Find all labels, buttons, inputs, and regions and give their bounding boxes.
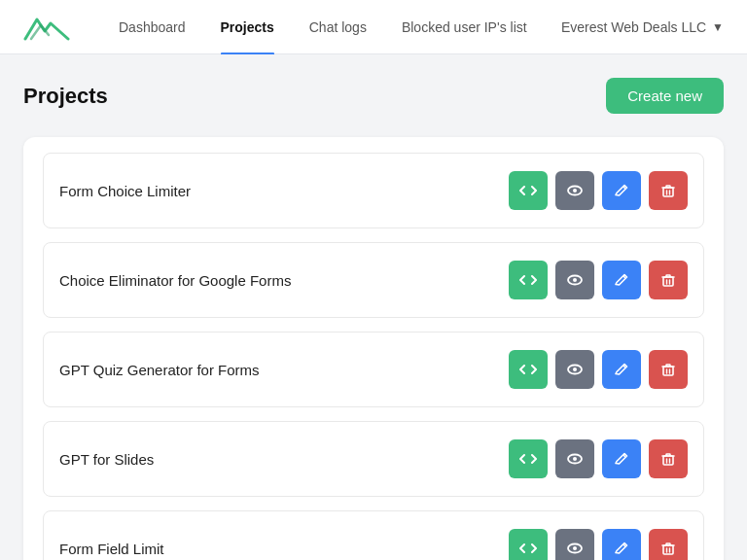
svg-point-22 (573, 457, 577, 461)
row-actions (509, 171, 688, 210)
svg-rect-10 (663, 277, 673, 286)
row-actions (509, 529, 688, 560)
code-button[interactable] (509, 261, 548, 299)
nav-dashboard[interactable]: Dashboard (101, 0, 203, 54)
account-name: Everest Web Deals LLC (561, 19, 706, 35)
page-title: Projects (23, 84, 108, 109)
code-button[interactable] (509, 171, 548, 210)
delete-button[interactable] (649, 171, 688, 210)
preview-button[interactable] (555, 261, 594, 299)
row-actions (509, 350, 688, 389)
nav: Dashboard Projects Chat logs Blocked use… (101, 0, 561, 54)
page-header: Projects Create new (23, 78, 724, 114)
svg-point-15 (573, 368, 577, 371)
create-new-button[interactable]: Create new (606, 78, 724, 114)
table-row: GPT for Slides (43, 421, 704, 497)
logo[interactable] (23, 10, 70, 45)
project-name: Choice Eliminator for Google Forms (59, 272, 291, 289)
nav-blockedips[interactable]: Blocked user IP's list (384, 0, 545, 54)
preview-button[interactable] (555, 529, 594, 560)
main-content: Projects Create new Form Choice Limiter (0, 54, 747, 560)
row-actions (509, 261, 688, 299)
delete-button[interactable] (649, 261, 688, 299)
table-row: GPT Quiz Generator for Forms (43, 332, 704, 407)
account-menu[interactable]: Everest Web Deals LLC ▼ (561, 19, 724, 35)
project-name: GPT Quiz Generator for Forms (59, 362, 260, 378)
header: Dashboard Projects Chat logs Blocked use… (0, 0, 747, 54)
code-button[interactable] (509, 439, 548, 478)
svg-point-8 (573, 278, 577, 282)
delete-button[interactable] (649, 529, 688, 560)
table-row: Choice Eliminator for Google Forms (43, 242, 704, 318)
svg-point-1 (573, 189, 577, 192)
chevron-down-icon: ▼ (712, 20, 724, 34)
preview-button[interactable] (555, 350, 594, 389)
preview-button[interactable] (555, 439, 594, 478)
svg-point-29 (573, 546, 577, 550)
row-actions (509, 439, 688, 478)
svg-rect-17 (663, 367, 673, 375)
delete-button[interactable] (649, 439, 688, 478)
edit-button[interactable] (602, 350, 641, 389)
table-row: Form Choice Limiter (43, 153, 704, 228)
nav-chatlogs[interactable]: Chat logs (292, 0, 384, 54)
code-button[interactable] (509, 350, 548, 389)
project-name: GPT for Slides (59, 451, 154, 468)
nav-projects[interactable]: Projects (203, 0, 292, 54)
edit-button[interactable] (602, 171, 641, 210)
projects-card: Form Choice Limiter Choice Eliminator fo… (23, 137, 724, 560)
svg-rect-24 (663, 456, 673, 465)
edit-button[interactable] (602, 529, 641, 560)
edit-button[interactable] (602, 261, 641, 299)
preview-button[interactable] (555, 171, 594, 210)
code-button[interactable] (509, 529, 548, 560)
svg-rect-31 (663, 545, 673, 554)
table-row: Form Field Limit (43, 510, 704, 560)
edit-button[interactable] (602, 439, 641, 478)
project-name: Form Field Limit (59, 541, 164, 557)
svg-rect-3 (663, 188, 673, 196)
delete-button[interactable] (649, 350, 688, 389)
project-name: Form Choice Limiter (59, 183, 191, 199)
